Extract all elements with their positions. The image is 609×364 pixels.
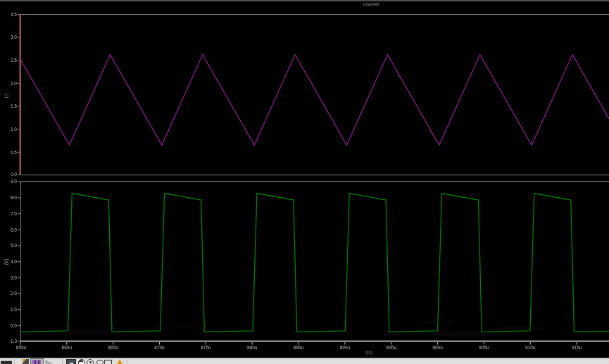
svg-text:880u: 880u (247, 345, 258, 350)
svg-text:t(s): t(s) (365, 350, 372, 356)
svg-text:4.0: 4.0 (11, 259, 17, 264)
svg-text:1.0: 1.0 (11, 307, 17, 312)
svg-text:0.0: 0.0 (11, 172, 17, 177)
svg-text:0.5: 0.5 (11, 150, 17, 155)
svg-text:0.0: 0.0 (11, 323, 17, 328)
svg-text:2.0: 2.0 (11, 81, 17, 86)
svg-text:3.0: 3.0 (11, 34, 17, 39)
svg-text:1.0: 1.0 (11, 127, 17, 132)
svg-text:865u: 865u (108, 345, 118, 350)
svg-text:2.0: 2.0 (11, 291, 17, 296)
svg-text:855u: 855u (16, 345, 27, 350)
svg-text:(V): (V) (4, 259, 9, 265)
svg-text:905u: 905u (479, 345, 489, 350)
svg-text:910u: 910u (525, 345, 536, 350)
svg-text:(-): (-) (4, 94, 9, 99)
svg-text:8.0: 8.0 (11, 195, 17, 200)
svg-text:3.5: 3.5 (11, 12, 17, 17)
svg-text:5.0: 5.0 (11, 243, 17, 248)
svg-text:900u: 900u (432, 345, 443, 350)
svg-text:915u: 915u (572, 345, 582, 350)
svg-text:-1.0: -1.0 (9, 339, 18, 344)
svg-text:875u: 875u (201, 345, 211, 350)
svg-text:2.5: 2.5 (11, 58, 17, 63)
svg-text:3.0: 3.0 (11, 275, 17, 280)
svg-text:9.0: 9.0 (11, 179, 17, 184)
svg-text:6.0: 6.0 (11, 227, 17, 232)
svg-text:895u: 895u (387, 345, 397, 350)
svg-text:890u: 890u (340, 345, 351, 350)
svg-text:7.0: 7.0 (11, 211, 17, 216)
svg-text:860u: 860u (62, 345, 73, 350)
svg-text:885u: 885u (294, 345, 304, 350)
svg-text:870u: 870u (154, 345, 165, 350)
svg-text:1.5: 1.5 (11, 103, 17, 108)
